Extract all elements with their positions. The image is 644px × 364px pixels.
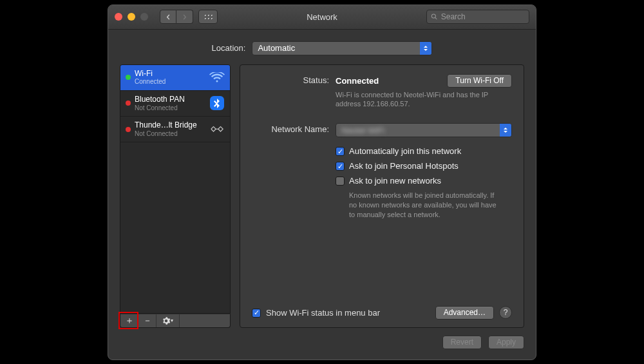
help-button[interactable]: ? bbox=[499, 306, 512, 319]
interface-name: Bluetooth PAN bbox=[135, 95, 205, 104]
sidebar-item-text: Bluetooth PAN Not Connected bbox=[135, 95, 205, 111]
detail-panel: Status: Connected Turn Wi-Fi Off Wi-Fi i… bbox=[240, 64, 524, 328]
interface-actions-button[interactable]: ▾ bbox=[156, 314, 180, 327]
sidebar-toolbar: ＋ － ▾ bbox=[120, 314, 231, 328]
add-interface-button[interactable]: ＋ bbox=[120, 314, 138, 327]
show-menu-label: Show Wi-Fi status in menu bar bbox=[266, 308, 380, 318]
sidebar-item-bluetooth-pan[interactable]: Bluetooth PAN Not Connected bbox=[120, 91, 230, 117]
window-footer: Revert Apply bbox=[108, 336, 536, 359]
detail-footer: Show Wi-Fi status in menu bar Advanced… … bbox=[252, 306, 512, 320]
sidebar-item-text: Wi-Fi Connected bbox=[135, 70, 205, 86]
nav-buttons bbox=[160, 10, 193, 24]
select-arrows-icon bbox=[500, 124, 511, 137]
sidebar-item-thunderbolt-bridge[interactable]: Thunde…lt Bridge Not Connected bbox=[120, 117, 230, 142]
status-dot-icon bbox=[126, 75, 131, 80]
network-preferences-window: Network Location: Automatic Wi-Fi Connec… bbox=[108, 5, 536, 360]
network-name-label: Network Name: bbox=[252, 123, 329, 220]
svg-point-0 bbox=[431, 14, 435, 18]
grid-icon bbox=[204, 14, 213, 20]
location-label: Location: bbox=[212, 43, 246, 53]
network-name-select[interactable]: Neotel WiFi bbox=[336, 123, 512, 137]
interfaces-sidebar: Wi-Fi Connected Bluetooth PAN Not Connec… bbox=[120, 64, 231, 314]
ask-hotspots-label: Ask to join Personal Hotspots bbox=[349, 161, 459, 171]
ask-new-description: Known networks will be joined automatica… bbox=[349, 191, 504, 220]
back-button[interactable] bbox=[160, 10, 176, 24]
ask-new-checkbox[interactable] bbox=[336, 177, 345, 186]
ask-new-label: Ask to join new networks bbox=[349, 176, 441, 186]
chevron-down-icon: ▾ bbox=[171, 318, 173, 323]
status-dot-icon bbox=[126, 127, 131, 132]
status-row: Status: Connected Turn Wi-Fi Off Wi-Fi i… bbox=[252, 74, 512, 110]
interface-name: Wi-Fi bbox=[135, 70, 205, 79]
interface-status: Not Connected bbox=[135, 104, 205, 112]
network-name-value: Neotel WiFi bbox=[341, 126, 384, 135]
select-arrows-icon bbox=[420, 42, 431, 55]
interface-status: Not Connected bbox=[135, 130, 205, 138]
auto-join-checkbox[interactable] bbox=[336, 147, 345, 156]
interface-status: Connected bbox=[135, 78, 205, 86]
location-select[interactable]: Automatic bbox=[252, 41, 432, 55]
advanced-button[interactable]: Advanced… bbox=[435, 306, 494, 320]
minimize-window-button[interactable] bbox=[128, 13, 135, 21]
search-input[interactable] bbox=[441, 12, 525, 21]
status-dot-icon bbox=[126, 101, 131, 106]
revert-button[interactable]: Revert bbox=[442, 336, 482, 349]
auto-join-row: Automatically join this network bbox=[336, 146, 512, 156]
status-description: Wi-Fi is connected to Neotel-WiFi and ha… bbox=[336, 90, 497, 110]
ask-new-row: Ask to join new networks bbox=[336, 176, 512, 186]
network-name-row: Network Name: Neotel WiFi Automatically … bbox=[252, 123, 512, 220]
remove-interface-button[interactable]: － bbox=[138, 314, 156, 327]
sidebar-item-wifi[interactable]: Wi-Fi Connected bbox=[120, 65, 230, 91]
ask-hotspots-row: Ask to join Personal Hotspots bbox=[336, 161, 512, 171]
status-label: Status: bbox=[252, 74, 329, 110]
forward-button[interactable] bbox=[176, 10, 193, 24]
interface-name: Thunde…lt Bridge bbox=[135, 121, 205, 130]
auto-join-label: Automatically join this network bbox=[349, 146, 461, 156]
show-all-button[interactable] bbox=[198, 10, 218, 24]
ask-hotspots-checkbox[interactable] bbox=[336, 162, 345, 171]
show-menu-checkbox[interactable] bbox=[252, 309, 261, 318]
gear-icon bbox=[162, 317, 170, 325]
traffic-lights bbox=[115, 13, 148, 21]
location-value: Automatic bbox=[258, 43, 295, 53]
close-window-button[interactable] bbox=[115, 13, 122, 21]
sidebar-wrap: Wi-Fi Connected Bluetooth PAN Not Connec… bbox=[120, 64, 231, 328]
status-value: Connected bbox=[336, 76, 379, 86]
location-row: Location: Automatic bbox=[108, 30, 536, 64]
zoom-window-button[interactable] bbox=[140, 13, 148, 21]
thunderbolt-bridge-icon bbox=[209, 124, 225, 135]
search-icon bbox=[431, 13, 438, 21]
search-field[interactable] bbox=[426, 10, 529, 24]
apply-button[interactable]: Apply bbox=[488, 336, 524, 349]
titlebar: Network bbox=[108, 5, 536, 30]
bluetooth-icon bbox=[209, 97, 225, 109]
content-area: Wi-Fi Connected Bluetooth PAN Not Connec… bbox=[108, 64, 536, 336]
sidebar-item-text: Thunde…lt Bridge Not Connected bbox=[135, 121, 205, 137]
wifi-icon bbox=[209, 72, 225, 83]
svg-line-1 bbox=[435, 17, 437, 19]
turn-wifi-off-button[interactable]: Turn Wi-Fi Off bbox=[447, 74, 512, 88]
